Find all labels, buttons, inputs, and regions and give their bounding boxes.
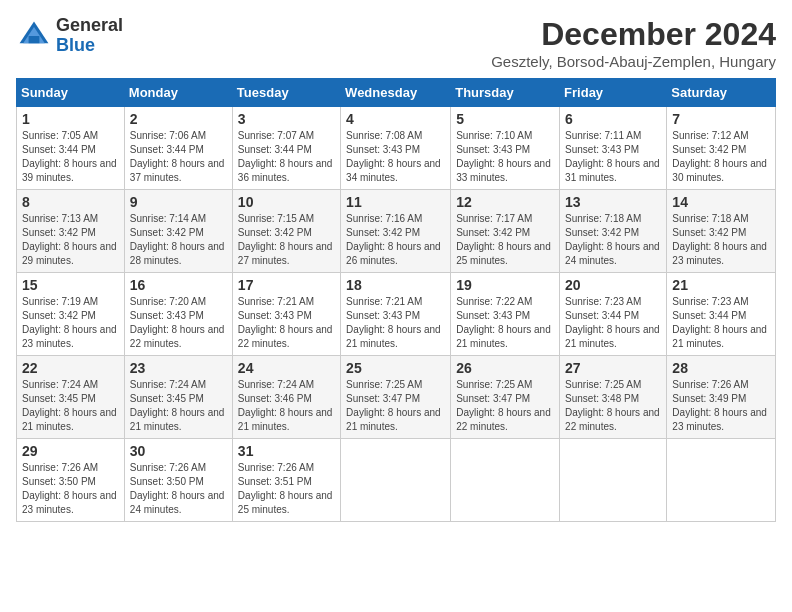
day-info: Sunrise: 7:25 AMSunset: 3:47 PMDaylight:… xyxy=(346,378,445,434)
day-info: Sunrise: 7:12 AMSunset: 3:42 PMDaylight:… xyxy=(672,129,770,185)
calendar-day: 23Sunrise: 7:24 AMSunset: 3:45 PMDayligh… xyxy=(124,356,232,439)
day-number: 21 xyxy=(672,277,770,293)
day-info: Sunrise: 7:25 AMSunset: 3:48 PMDaylight:… xyxy=(565,378,661,434)
day-number: 7 xyxy=(672,111,770,127)
calendar-day: 15Sunrise: 7:19 AMSunset: 3:42 PMDayligh… xyxy=(17,273,125,356)
calendar-day: 26Sunrise: 7:25 AMSunset: 3:47 PMDayligh… xyxy=(451,356,560,439)
logo-general: General xyxy=(56,16,123,36)
calendar-day xyxy=(667,439,776,522)
day-info: Sunrise: 7:21 AMSunset: 3:43 PMDaylight:… xyxy=(346,295,445,351)
calendar-week-5: 29Sunrise: 7:26 AMSunset: 3:50 PMDayligh… xyxy=(17,439,776,522)
day-info: Sunrise: 7:20 AMSunset: 3:43 PMDaylight:… xyxy=(130,295,227,351)
day-info: Sunrise: 7:17 AMSunset: 3:42 PMDaylight:… xyxy=(456,212,554,268)
day-info: Sunrise: 7:10 AMSunset: 3:43 PMDaylight:… xyxy=(456,129,554,185)
day-number: 1 xyxy=(22,111,119,127)
day-info: Sunrise: 7:18 AMSunset: 3:42 PMDaylight:… xyxy=(565,212,661,268)
svg-rect-2 xyxy=(29,36,40,43)
day-info: Sunrise: 7:18 AMSunset: 3:42 PMDaylight:… xyxy=(672,212,770,268)
day-info: Sunrise: 7:24 AMSunset: 3:45 PMDaylight:… xyxy=(130,378,227,434)
day-number: 26 xyxy=(456,360,554,376)
calendar-day: 8Sunrise: 7:13 AMSunset: 3:42 PMDaylight… xyxy=(17,190,125,273)
calendar-day: 12Sunrise: 7:17 AMSunset: 3:42 PMDayligh… xyxy=(451,190,560,273)
day-info: Sunrise: 7:16 AMSunset: 3:42 PMDaylight:… xyxy=(346,212,445,268)
day-number: 25 xyxy=(346,360,445,376)
day-info: Sunrise: 7:24 AMSunset: 3:45 PMDaylight:… xyxy=(22,378,119,434)
day-number: 2 xyxy=(130,111,227,127)
calendar-day: 18Sunrise: 7:21 AMSunset: 3:43 PMDayligh… xyxy=(341,273,451,356)
day-number: 19 xyxy=(456,277,554,293)
calendar-day xyxy=(451,439,560,522)
day-info: Sunrise: 7:13 AMSunset: 3:42 PMDaylight:… xyxy=(22,212,119,268)
calendar-day: 27Sunrise: 7:25 AMSunset: 3:48 PMDayligh… xyxy=(560,356,667,439)
calendar-day: 22Sunrise: 7:24 AMSunset: 3:45 PMDayligh… xyxy=(17,356,125,439)
calendar-header-row: SundayMondayTuesdayWednesdayThursdayFrid… xyxy=(17,79,776,107)
day-number: 27 xyxy=(565,360,661,376)
logo-icon xyxy=(16,18,52,54)
calendar-day xyxy=(560,439,667,522)
day-number: 10 xyxy=(238,194,335,210)
day-info: Sunrise: 7:26 AMSunset: 3:50 PMDaylight:… xyxy=(130,461,227,517)
day-info: Sunrise: 7:21 AMSunset: 3:43 PMDaylight:… xyxy=(238,295,335,351)
calendar-day: 30Sunrise: 7:26 AMSunset: 3:50 PMDayligh… xyxy=(124,439,232,522)
day-number: 24 xyxy=(238,360,335,376)
calendar-day: 14Sunrise: 7:18 AMSunset: 3:42 PMDayligh… xyxy=(667,190,776,273)
calendar-week-2: 8Sunrise: 7:13 AMSunset: 3:42 PMDaylight… xyxy=(17,190,776,273)
day-number: 15 xyxy=(22,277,119,293)
day-info: Sunrise: 7:08 AMSunset: 3:43 PMDaylight:… xyxy=(346,129,445,185)
day-info: Sunrise: 7:05 AMSunset: 3:44 PMDaylight:… xyxy=(22,129,119,185)
day-number: 14 xyxy=(672,194,770,210)
header-saturday: Saturday xyxy=(667,79,776,107)
header-friday: Friday xyxy=(560,79,667,107)
day-info: Sunrise: 7:23 AMSunset: 3:44 PMDaylight:… xyxy=(565,295,661,351)
calendar-day: 16Sunrise: 7:20 AMSunset: 3:43 PMDayligh… xyxy=(124,273,232,356)
day-info: Sunrise: 7:14 AMSunset: 3:42 PMDaylight:… xyxy=(130,212,227,268)
calendar-week-1: 1Sunrise: 7:05 AMSunset: 3:44 PMDaylight… xyxy=(17,107,776,190)
calendar-table: SundayMondayTuesdayWednesdayThursdayFrid… xyxy=(16,78,776,522)
location: Gesztely, Borsod-Abauj-Zemplen, Hungary xyxy=(491,53,776,70)
calendar-day: 20Sunrise: 7:23 AMSunset: 3:44 PMDayligh… xyxy=(560,273,667,356)
calendar-day xyxy=(341,439,451,522)
header-sunday: Sunday xyxy=(17,79,125,107)
calendar-day: 17Sunrise: 7:21 AMSunset: 3:43 PMDayligh… xyxy=(232,273,340,356)
header-wednesday: Wednesday xyxy=(341,79,451,107)
day-info: Sunrise: 7:06 AMSunset: 3:44 PMDaylight:… xyxy=(130,129,227,185)
day-info: Sunrise: 7:24 AMSunset: 3:46 PMDaylight:… xyxy=(238,378,335,434)
calendar-day: 3Sunrise: 7:07 AMSunset: 3:44 PMDaylight… xyxy=(232,107,340,190)
calendar-day: 13Sunrise: 7:18 AMSunset: 3:42 PMDayligh… xyxy=(560,190,667,273)
day-info: Sunrise: 7:07 AMSunset: 3:44 PMDaylight:… xyxy=(238,129,335,185)
month-title: December 2024 xyxy=(491,16,776,53)
day-number: 31 xyxy=(238,443,335,459)
day-number: 12 xyxy=(456,194,554,210)
day-info: Sunrise: 7:26 AMSunset: 3:51 PMDaylight:… xyxy=(238,461,335,517)
day-number: 3 xyxy=(238,111,335,127)
day-number: 29 xyxy=(22,443,119,459)
logo-blue: Blue xyxy=(56,36,123,56)
day-info: Sunrise: 7:26 AMSunset: 3:49 PMDaylight:… xyxy=(672,378,770,434)
calendar-day: 24Sunrise: 7:24 AMSunset: 3:46 PMDayligh… xyxy=(232,356,340,439)
calendar-day: 5Sunrise: 7:10 AMSunset: 3:43 PMDaylight… xyxy=(451,107,560,190)
day-number: 9 xyxy=(130,194,227,210)
calendar-day: 31Sunrise: 7:26 AMSunset: 3:51 PMDayligh… xyxy=(232,439,340,522)
day-number: 20 xyxy=(565,277,661,293)
day-info: Sunrise: 7:11 AMSunset: 3:43 PMDaylight:… xyxy=(565,129,661,185)
calendar-day: 11Sunrise: 7:16 AMSunset: 3:42 PMDayligh… xyxy=(341,190,451,273)
day-number: 16 xyxy=(130,277,227,293)
day-number: 13 xyxy=(565,194,661,210)
calendar-day: 19Sunrise: 7:22 AMSunset: 3:43 PMDayligh… xyxy=(451,273,560,356)
day-number: 22 xyxy=(22,360,119,376)
logo: General Blue xyxy=(16,16,123,56)
day-info: Sunrise: 7:15 AMSunset: 3:42 PMDaylight:… xyxy=(238,212,335,268)
calendar-week-3: 15Sunrise: 7:19 AMSunset: 3:42 PMDayligh… xyxy=(17,273,776,356)
day-number: 4 xyxy=(346,111,445,127)
day-number: 8 xyxy=(22,194,119,210)
day-info: Sunrise: 7:23 AMSunset: 3:44 PMDaylight:… xyxy=(672,295,770,351)
day-info: Sunrise: 7:26 AMSunset: 3:50 PMDaylight:… xyxy=(22,461,119,517)
logo-text: General Blue xyxy=(56,16,123,56)
header-thursday: Thursday xyxy=(451,79,560,107)
calendar-day: 1Sunrise: 7:05 AMSunset: 3:44 PMDaylight… xyxy=(17,107,125,190)
calendar-day: 9Sunrise: 7:14 AMSunset: 3:42 PMDaylight… xyxy=(124,190,232,273)
page-header: General Blue December 2024 Gesztely, Bor… xyxy=(16,16,776,70)
calendar-day: 2Sunrise: 7:06 AMSunset: 3:44 PMDaylight… xyxy=(124,107,232,190)
day-info: Sunrise: 7:22 AMSunset: 3:43 PMDaylight:… xyxy=(456,295,554,351)
day-number: 30 xyxy=(130,443,227,459)
